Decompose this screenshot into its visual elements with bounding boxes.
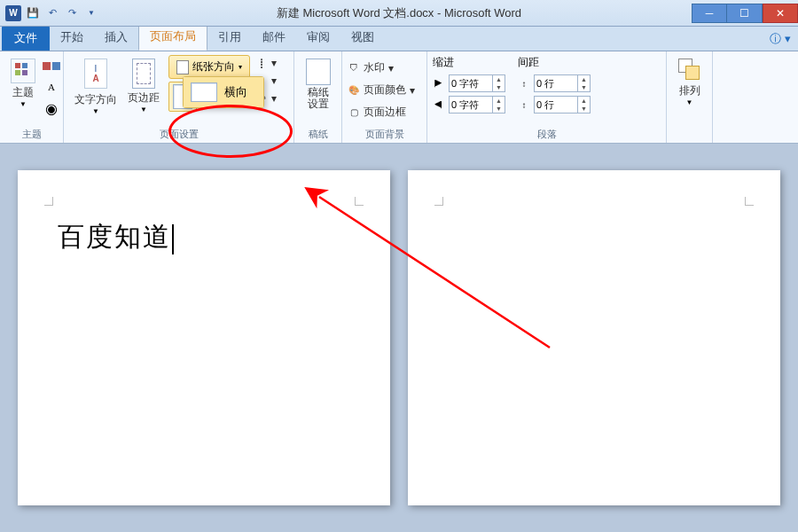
tab-home[interactable]: 开始 bbox=[50, 24, 94, 51]
group-manuscript-label: 稿纸 bbox=[294, 128, 341, 141]
indent-right-spinner[interactable]: ▲▼ bbox=[449, 96, 505, 113]
document-workspace[interactable]: 百度知道 bbox=[0, 144, 798, 532]
margin-corner-icon bbox=[44, 197, 53, 206]
group-theme-label: 主题 bbox=[0, 128, 63, 141]
maximize-button[interactable]: ☐ bbox=[727, 4, 763, 23]
manuscript-label: 稿纸 设置 bbox=[308, 87, 329, 110]
space-after-spinner[interactable]: ▲▼ bbox=[534, 96, 591, 113]
dropdown-icon: ▾ bbox=[239, 63, 242, 71]
page-2[interactable] bbox=[408, 170, 780, 505]
svg-rect-0 bbox=[15, 63, 20, 68]
qat-dropdown-icon[interactable]: ▼ bbox=[83, 5, 99, 21]
page-border-icon: ▢ bbox=[348, 106, 360, 119]
up-arrow-icon[interactable]: ▲ bbox=[493, 97, 505, 105]
margins-label: 页边距 bbox=[128, 90, 160, 106]
title-bar: W 💾 ↶ ↷ ▼ 新建 Microsoft Word 文档.docx - Mi… bbox=[0, 0, 798, 27]
text-direction-icon: IA bbox=[84, 59, 107, 89]
tab-view[interactable]: 视图 bbox=[340, 24, 385, 51]
margins-icon bbox=[132, 59, 155, 89]
orientation-landscape-option[interactable]: 横向 bbox=[184, 77, 263, 107]
orientation-button[interactable]: 纸张方向 ▾ bbox=[168, 55, 250, 79]
quick-access-toolbar: W 💾 ↶ ↷ ▼ bbox=[0, 5, 99, 21]
down-arrow-icon[interactable]: ▼ bbox=[493, 83, 505, 91]
theme-fonts-icon[interactable]: A bbox=[43, 78, 60, 96]
page-1[interactable]: 百度知道 bbox=[18, 170, 390, 505]
themes-label: 主题 bbox=[12, 85, 34, 100]
space-before-spinner[interactable]: ▲▼ bbox=[534, 74, 591, 92]
manuscript-icon bbox=[306, 59, 331, 85]
svg-rect-2 bbox=[15, 70, 20, 75]
margin-corner-icon bbox=[355, 197, 364, 206]
arrange-label: 排列 bbox=[679, 83, 700, 98]
document-body-text[interactable]: 百度知道 bbox=[58, 219, 174, 255]
space-before-input[interactable] bbox=[535, 78, 577, 89]
landscape-page-icon bbox=[191, 82, 217, 102]
watermark-button[interactable]: ⛉水印 ▾ bbox=[348, 60, 421, 75]
ribbon: 主题 ▼ A ◉ 主题 IA 文字方向 ▼ 页边距 ▼ bbox=[0, 51, 798, 144]
minimize-button[interactable]: ─ bbox=[692, 4, 727, 23]
indent-right-icon: ⯇ bbox=[433, 98, 445, 111]
text-direction-button[interactable]: IA 文字方向 ▼ bbox=[69, 55, 122, 119]
theme-colors-icon[interactable] bbox=[43, 57, 60, 74]
arrange-button[interactable]: 排列 ▼ bbox=[672, 55, 707, 110]
manuscript-settings-button[interactable]: 稿纸 设置 bbox=[300, 55, 336, 113]
up-arrow-icon[interactable]: ▲ bbox=[578, 97, 590, 105]
dropdown-icon: ▼ bbox=[686, 98, 693, 106]
tab-review[interactable]: 审阅 bbox=[296, 24, 340, 51]
theme-effects-icon[interactable]: ◉ bbox=[43, 99, 60, 117]
arrange-icon bbox=[678, 59, 701, 82]
close-button[interactable]: ✕ bbox=[763, 4, 798, 23]
watermark-icon: ⛉ bbox=[348, 62, 360, 74]
page-color-icon: 🎨 bbox=[348, 84, 360, 97]
window-controls: ─ ☐ ✕ bbox=[692, 4, 798, 23]
breaks-button[interactable]: ┋▾ bbox=[255, 57, 277, 69]
page-icon bbox=[176, 60, 189, 74]
tab-references[interactable]: 引用 bbox=[207, 24, 252, 51]
orientation-dropdown: 横向 bbox=[183, 76, 264, 108]
indent-right-input[interactable] bbox=[450, 99, 492, 110]
tab-mailings[interactable]: 邮件 bbox=[252, 24, 296, 51]
group-page-bg-label: 页面背景 bbox=[342, 128, 426, 141]
indent-left-icon: ⯈ bbox=[433, 77, 445, 90]
space-after-icon: ↕ bbox=[518, 98, 530, 111]
margins-button[interactable]: 页边距 ▼ bbox=[122, 55, 165, 119]
indent-left-input[interactable] bbox=[450, 78, 492, 89]
down-arrow-icon[interactable]: ▼ bbox=[578, 83, 590, 91]
tab-file[interactable]: 文件 bbox=[2, 26, 50, 51]
down-arrow-icon[interactable]: ▼ bbox=[578, 105, 590, 113]
down-arrow-icon[interactable]: ▼ bbox=[493, 105, 505, 113]
space-after-input[interactable] bbox=[535, 99, 577, 110]
undo-icon[interactable]: ↶ bbox=[44, 5, 60, 21]
window-title: 新建 Microsoft Word 文档.docx - Microsoft Wo… bbox=[0, 5, 798, 21]
up-arrow-icon[interactable]: ▲ bbox=[493, 75, 505, 83]
landscape-label: 横向 bbox=[224, 84, 247, 100]
page-borders-button[interactable]: ▢页面边框 bbox=[348, 105, 421, 120]
dropdown-icon: ▼ bbox=[20, 100, 27, 108]
svg-rect-1 bbox=[22, 63, 27, 68]
help-icon[interactable]: ⓘ ▾ bbox=[763, 27, 798, 51]
dropdown-icon: ▼ bbox=[92, 107, 99, 115]
themes-icon bbox=[11, 59, 35, 83]
page-color-button[interactable]: 🎨页面颜色 ▾ bbox=[348, 82, 421, 98]
word-app-icon[interactable]: W bbox=[5, 5, 21, 21]
svg-rect-3 bbox=[22, 70, 27, 75]
themes-button[interactable]: 主题 ▼ bbox=[5, 55, 41, 119]
group-paragraph-label: 段落 bbox=[427, 128, 666, 141]
up-arrow-icon[interactable]: ▲ bbox=[578, 75, 590, 83]
ribbon-tabs: 文件 开始 插入 页面布局 引用 邮件 审阅 视图 ⓘ ▾ bbox=[0, 27, 798, 51]
margin-corner-icon bbox=[434, 197, 443, 206]
tab-insert[interactable]: 插入 bbox=[94, 24, 138, 51]
save-icon[interactable]: 💾 bbox=[25, 5, 41, 21]
orientation-label: 纸张方向 bbox=[192, 59, 235, 74]
indent-left-spinner[interactable]: ▲▼ bbox=[449, 74, 505, 92]
text-direction-label: 文字方向 bbox=[74, 92, 117, 107]
redo-icon[interactable]: ↷ bbox=[64, 5, 80, 21]
text-cursor bbox=[172, 224, 174, 254]
space-before-icon: ↕ bbox=[518, 77, 530, 90]
indent-heading: 缩进 bbox=[433, 55, 505, 70]
breaks-icon: ┋ bbox=[255, 57, 268, 69]
dropdown-icon: ▼ bbox=[140, 106, 147, 113]
margin-corner-icon bbox=[745, 197, 754, 206]
group-page-setup-label: 页面设置 bbox=[64, 128, 293, 141]
spacing-heading: 间距 bbox=[518, 55, 591, 70]
